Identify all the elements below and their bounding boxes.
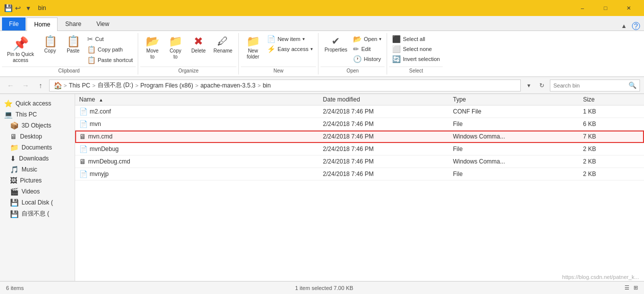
pictures-icon: 🖼 bbox=[10, 176, 17, 184]
file-area: Name ▲ Date modified Type Size 📄 m2.conf… bbox=[75, 94, 644, 281]
paste-shortcut-button[interactable]: 📋 Paste shortcut bbox=[85, 55, 135, 65]
new-folder-label: Newfolder bbox=[247, 48, 259, 60]
sidebar-item-music[interactable]: 🎵 Music bbox=[0, 164, 75, 175]
refresh-button[interactable]: ↻ bbox=[536, 80, 548, 92]
sidebar-item-documents-label: Documents bbox=[22, 144, 52, 151]
sidebar-item-quick-access[interactable]: ⭐ Quick access bbox=[0, 98, 75, 109]
new-item-label: New item bbox=[277, 36, 300, 42]
close-button[interactable]: ✕ bbox=[617, 0, 640, 16]
sidebar-item-local-disk[interactable]: 💾 Local Disk ( bbox=[0, 197, 75, 208]
up-button[interactable]: ↑ bbox=[34, 79, 47, 92]
select-none-button[interactable]: ⬜ Select none bbox=[390, 44, 442, 54]
sidebar-item-pictures-label: Pictures bbox=[20, 177, 42, 184]
customize-icon[interactable]: ▾ bbox=[24, 4, 32, 12]
col-type[interactable]: Type bbox=[449, 94, 579, 106]
invert-selection-icon: 🔄 bbox=[392, 55, 401, 63]
file-type: CONF File bbox=[449, 106, 579, 118]
paste-button[interactable]: 📋 Paste bbox=[62, 34, 84, 56]
tab-share[interactable]: Share bbox=[58, 17, 89, 30]
open-dropdown: ▾ bbox=[379, 36, 382, 42]
history-button[interactable]: 🕐 History bbox=[351, 54, 384, 64]
file-type: Windows Comma... bbox=[449, 156, 579, 168]
copy-to-button[interactable]: 📁 Copyto bbox=[164, 34, 186, 62]
search-input[interactable] bbox=[553, 82, 626, 88]
file-name-cell: 🖥 mvnDebug.cmd bbox=[75, 156, 319, 168]
sidebar-item-videos[interactable]: 🎬 Videos bbox=[0, 186, 75, 197]
forward-button[interactable]: → bbox=[19, 79, 32, 92]
ribbon-tabs: File Home Share View ▲ ? bbox=[0, 16, 644, 31]
table-row[interactable]: 📄 m2.conf 2/24/2018 7:46 PM CONF File 1 … bbox=[75, 106, 644, 118]
file-size: 7 KB bbox=[579, 130, 644, 143]
sidebar-item-pictures[interactable]: 🖼 Pictures bbox=[0, 175, 75, 186]
rename-button[interactable]: 🖊 Rename bbox=[210, 34, 235, 56]
collapse-ribbon-button[interactable]: ▲ bbox=[619, 22, 629, 30]
copy-path-button[interactable]: 📋 Copy path bbox=[85, 44, 135, 54]
help-button[interactable]: ? bbox=[632, 22, 640, 30]
cut-icon: ✂ bbox=[87, 35, 93, 43]
cut-button[interactable]: ✂ Cut bbox=[85, 34, 135, 44]
col-name[interactable]: Name ▲ bbox=[75, 94, 319, 106]
back-button[interactable]: ← bbox=[4, 79, 17, 92]
status-item-count: 6 items bbox=[6, 285, 24, 291]
table-row[interactable]: 🖥 mvnDebug.cmd 2/24/2018 7:46 PM Windows… bbox=[75, 156, 644, 168]
select-all-button[interactable]: ⬛ Select all bbox=[390, 34, 442, 44]
status-selected-info: 1 item selected 7.00 KB bbox=[295, 285, 353, 291]
table-row[interactable]: 🖥 mvn.cmd 2/24/2018 7:46 PM Windows Comm… bbox=[75, 130, 644, 143]
table-row[interactable]: 📄 mvn 2/24/2018 7:46 PM File 6 KB bbox=[75, 118, 644, 130]
file-icon: 📄 bbox=[79, 145, 88, 153]
col-date[interactable]: Date modified bbox=[319, 94, 449, 106]
copy-path-icon: 📋 bbox=[87, 46, 96, 54]
sidebar-item-local-disk-label: Local Disk ( bbox=[22, 199, 53, 206]
copy-button[interactable]: 📋 Copy bbox=[39, 34, 61, 56]
search-box[interactable]: 🔍 bbox=[550, 80, 640, 92]
col-size[interactable]: Size bbox=[579, 94, 644, 106]
open-button[interactable]: 📂 Open ▾ bbox=[351, 34, 384, 44]
videos-icon: 🎬 bbox=[10, 188, 19, 196]
recent-locations-button[interactable]: ▾ bbox=[523, 80, 535, 92]
table-row[interactable]: 📄 mvnDebug 2/24/2018 7:46 PM File 2 KB bbox=[75, 143, 644, 156]
path-program-files[interactable]: Program Files (x86) bbox=[140, 82, 193, 89]
sidebar-item-desktop[interactable]: 🖥 Desktop bbox=[0, 131, 75, 142]
new-folder-button[interactable]: 📁 Newfolder bbox=[242, 34, 264, 62]
path-bin[interactable]: bin bbox=[263, 82, 271, 89]
path-this-pc[interactable]: This PC bbox=[69, 82, 90, 89]
table-row[interactable]: 📄 mvnyjp 2/24/2018 7:46 PM File 2 KB bbox=[75, 168, 644, 180]
move-to-button[interactable]: 📂 Moveto bbox=[141, 34, 163, 62]
sidebar-item-downloads[interactable]: ⬇ Downloads bbox=[0, 153, 75, 164]
organize-content: 📂 Moveto 📁 Copyto ✖ Delete 🖊 Rename bbox=[140, 33, 236, 66]
tab-home[interactable]: Home bbox=[27, 18, 58, 31]
list-view-icon[interactable]: ☰ bbox=[624, 284, 629, 291]
minimize-button[interactable]: – bbox=[571, 0, 594, 16]
quick-access-toolbar-icon[interactable]: 💾 bbox=[4, 4, 12, 12]
window-title: bin bbox=[38, 4, 46, 12]
easy-access-button[interactable]: ⚡ Easy access ▾ bbox=[265, 44, 315, 54]
path-maven[interactable]: apache-maven-3.5.3 bbox=[200, 82, 255, 89]
open-small-buttons: 📂 Open ▾ ✏ Edit 🕐 History bbox=[351, 34, 384, 64]
sidebar-item-documents[interactable]: 📁 Documents bbox=[0, 142, 75, 153]
invert-selection-button[interactable]: 🔄 Invert selection bbox=[390, 54, 442, 64]
path-drive[interactable]: 自强不息 (D:) bbox=[98, 81, 133, 90]
maximize-button[interactable]: □ bbox=[594, 0, 617, 16]
file-size: 1 KB bbox=[579, 106, 644, 118]
undo-icon[interactable]: ↩ bbox=[14, 4, 22, 12]
file-size: 2 KB bbox=[579, 143, 644, 156]
sidebar-item-3d-objects[interactable]: 📦 3D Objects bbox=[0, 120, 75, 131]
sidebar-item-this-pc[interactable]: 💻 This PC bbox=[0, 109, 75, 120]
delete-button[interactable]: ✖ Delete bbox=[187, 34, 209, 56]
tab-view[interactable]: View bbox=[89, 17, 117, 30]
open-group-label: Open bbox=[320, 66, 385, 74]
file-name: mvnyjp bbox=[90, 170, 109, 178]
properties-button[interactable]: ✔ Properties bbox=[321, 34, 351, 55]
address-path[interactable]: 🏠 > This PC > 自强不息 (D:) > Program Files … bbox=[49, 80, 521, 92]
grid-view-icon[interactable]: ⊞ bbox=[633, 284, 638, 291]
file-type: File bbox=[449, 143, 579, 156]
properties-label: Properties bbox=[325, 47, 348, 53]
edit-button[interactable]: ✏ Edit bbox=[351, 44, 384, 54]
tab-file[interactable]: File bbox=[2, 18, 26, 30]
file-size: 2 KB bbox=[579, 156, 644, 168]
new-item-button[interactable]: 📄 New item ▾ bbox=[265, 34, 315, 44]
pin-to-quick-access-button[interactable]: 📌 Pin to Quick access bbox=[3, 34, 38, 66]
col-sort-icon: ▲ bbox=[99, 98, 103, 102]
sidebar-item-d-drive[interactable]: 💾 自强不息 ( bbox=[0, 208, 75, 220]
file-name-cell: 📄 m2.conf bbox=[75, 106, 319, 118]
